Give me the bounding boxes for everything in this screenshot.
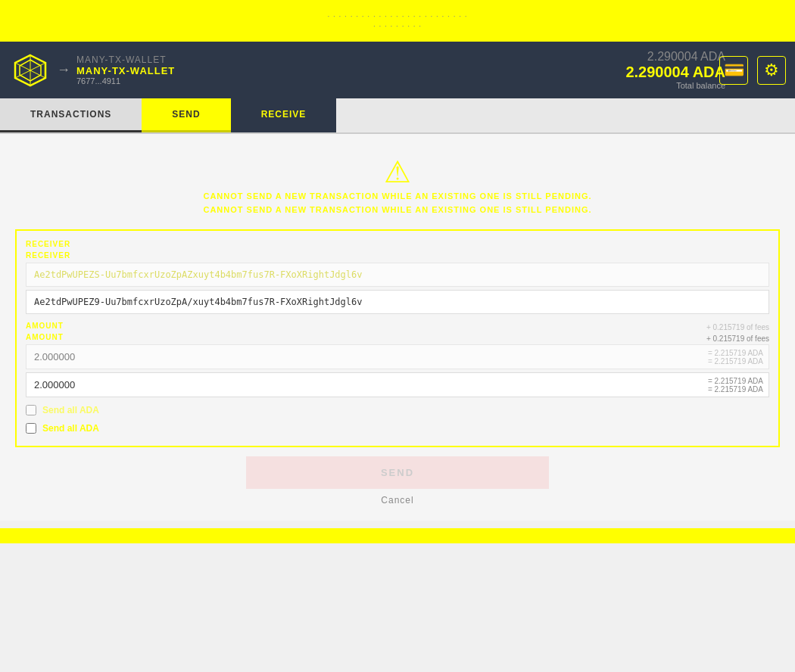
receiver-input-ghost[interactable] (26, 263, 769, 287)
wallet-icon-btn[interactable]: 💳 (719, 56, 748, 85)
send-all-checkbox-ghost[interactable] (26, 405, 36, 415)
warning-section: ⚠ CANNOT SEND A NEW TRANSACTION WHILE AN… (0, 134, 795, 229)
navbar: → MANY-TX-WALLET MANY-TX-WALLET 7677...4… (0, 42, 795, 98)
fee-hint-main: + 0.215719 of fees (706, 334, 769, 343)
tab-send[interactable]: SEND (142, 98, 230, 132)
receiver-field-group: RECEIVER RECEIVER (26, 240, 769, 314)
amount-field-group: AMOUNT + 0.215719 of fees AMOUNT + 0.215… (26, 322, 769, 397)
receiver-label-ghost: RECEIVER (26, 240, 769, 248)
settings-icon-btn[interactable]: ⚙ (757, 56, 786, 85)
fee-remaining-ghost: = 2.215719 ADA (708, 357, 763, 366)
send-all-label[interactable]: Send all ADA (42, 423, 99, 434)
send-all-checkbox[interactable] (26, 423, 36, 434)
top-banner: · · · · · · · · · · · · · · · · · · · · … (0, 0, 795, 42)
cancel-link[interactable]: Cancel (381, 495, 413, 506)
app-logo (9, 49, 51, 91)
send-form-section: RECEIVER RECEIVER AMOUNT + 0.215719 of f… (0, 229, 795, 521)
send-button-area: SEND Cancel (15, 456, 780, 506)
balance-main: 2.290004 ADA (625, 64, 725, 81)
send-button[interactable]: SEND (246, 456, 549, 489)
tab-transactions[interactable]: TRANSACTIONS (0, 98, 142, 132)
form-container: RECEIVER RECEIVER AMOUNT + 0.215719 of f… (15, 229, 780, 447)
top-banner-text-1: · · · · · · · · · · · · · · · · · · · · … (327, 12, 467, 20)
tab-bar: TRANSACTIONS SEND RECEIVE (0, 98, 795, 134)
receiver-input[interactable] (26, 290, 769, 314)
amount-label-ghost: AMOUNT (26, 322, 64, 330)
wallet-info-stack: MANY-TX-WALLET MANY-TX-WALLET 7677...491… (76, 54, 175, 86)
fee-total-main: = 2.215719 ADA (708, 377, 763, 385)
warning-text-2: CANNOT SEND A NEW TRANSACTION WHILE AN E… (203, 205, 591, 214)
balance-label: Total balance (625, 81, 725, 90)
receiver-label-main: RECEIVER (26, 251, 769, 260)
send-all-label-ghost[interactable]: Send all ADA (42, 405, 99, 415)
send-all-row: Send all ADA (26, 423, 769, 434)
balance-ghost: 2.290004 ADA (625, 50, 725, 64)
wallet-icon: 💳 (724, 61, 744, 80)
warning-text-1: CANNOT SEND A NEW TRANSACTION WHILE AN E… (203, 191, 591, 201)
bottom-bar (0, 528, 795, 543)
fee-hint-ghost: + 0.215719 of fees (706, 323, 769, 331)
send-all-row-ghost: Send all ADA (26, 405, 769, 415)
nav-arrow-icon: → (57, 62, 70, 78)
tab-receive[interactable]: RECEIVE (231, 98, 337, 132)
fee-total-ghost: = 2.215719 ADA (708, 349, 763, 357)
wallet-id: 7677...4911 (76, 76, 175, 86)
amount-input-ghost[interactable] (26, 344, 769, 369)
wallet-name-main[interactable]: MANY-TX-WALLET (76, 65, 175, 76)
settings-icon: ⚙ (764, 61, 779, 80)
amount-label-main: AMOUNT (26, 333, 64, 341)
navbar-icons: 💳 ⚙ (719, 56, 786, 85)
top-banner-text-2: · · · · · · · · · (373, 22, 422, 30)
warning-icon: ⚠ (384, 157, 411, 187)
fee-remaining-main: = 2.215719 ADA (708, 385, 763, 394)
wallet-balance: 2.290004 ADA 2.290004 ADA Total balance (625, 50, 725, 90)
amount-input[interactable] (26, 372, 769, 397)
wallet-name-ghost: MANY-TX-WALLET (76, 54, 166, 65)
